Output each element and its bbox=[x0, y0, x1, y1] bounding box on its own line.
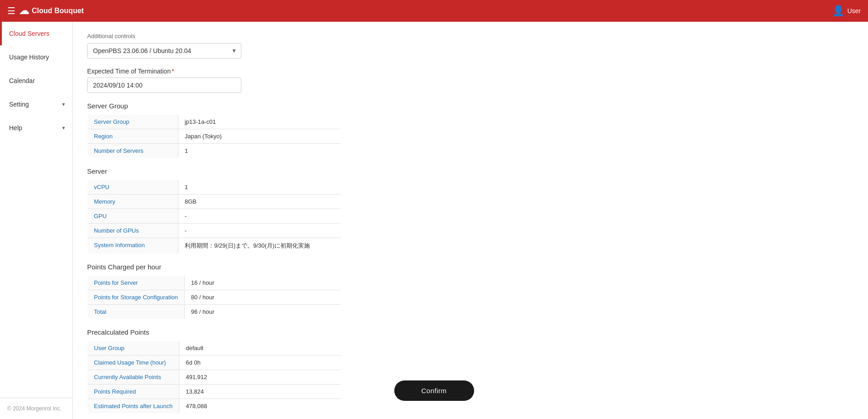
table-cell-value: 6d 0h bbox=[179, 356, 341, 370]
confirm-button-wrapper: Confirm bbox=[394, 380, 474, 401]
additional-controls-label: Additional controls bbox=[87, 33, 853, 39]
table-row: vCPU1 bbox=[88, 180, 341, 195]
menu-icon[interactable]: ☰ bbox=[7, 5, 15, 16]
user-avatar-icon: 👤 bbox=[832, 5, 844, 17]
cloud-logo-icon: ☁ bbox=[19, 5, 29, 17]
table-cell-value: 8GB bbox=[178, 195, 341, 209]
table-row: RegionJapan (Tokyo) bbox=[88, 129, 341, 144]
table-cell-value: - bbox=[178, 209, 341, 224]
sidebar-help-label: Help bbox=[9, 124, 22, 132]
table-cell-value: 利用期間：9/29(日)まで。9/30(月)に初期化実施 bbox=[178, 238, 341, 254]
table-cell-key: Points for Server bbox=[88, 276, 185, 290]
required-marker: * bbox=[172, 68, 174, 75]
server-heading: Server bbox=[87, 167, 853, 175]
sidebar-calendar-label: Calendar bbox=[9, 77, 35, 84]
table-cell-value: 1 bbox=[178, 144, 341, 158]
logo-text: Cloud Bouquet bbox=[32, 7, 84, 15]
table-cell-key: Number of Servers bbox=[88, 144, 178, 158]
precalculated-heading: Precalculated Points bbox=[87, 328, 853, 336]
table-cell-key: vCPU bbox=[88, 180, 178, 195]
table-row: Number of GPUs- bbox=[88, 224, 341, 238]
table-row: Number of Servers1 bbox=[88, 144, 341, 158]
sidebar-item-usage-history[interactable]: Usage History bbox=[0, 45, 72, 69]
table-cell-value: 1 bbox=[178, 180, 341, 195]
table-row: Total96 / hour bbox=[88, 305, 341, 319]
points-charged-heading: Points Charged per hour bbox=[87, 263, 853, 271]
sidebar-item-help[interactable]: Help ▾ bbox=[0, 116, 72, 140]
termination-input[interactable] bbox=[87, 78, 241, 93]
table-cell-key: Region bbox=[88, 129, 178, 144]
table-cell-key: Server Group bbox=[88, 115, 178, 129]
table-row: Currently Available Points491,912 bbox=[88, 370, 341, 385]
sidebar-item-setting[interactable]: Setting ▾ bbox=[0, 93, 72, 116]
table-cell-value: 80 / hour bbox=[185, 290, 341, 305]
table-cell-key: Claimed Usage Time (hour) bbox=[88, 356, 179, 370]
sidebar-item-cloud-servers[interactable]: Cloud Servers bbox=[0, 22, 72, 45]
table-cell-value: jp13-1a-c01 bbox=[178, 115, 341, 129]
dropdown-wrapper: OpenPBS 23.06.06 / Ubuntu 20.04 ▼ bbox=[87, 43, 241, 58]
sidebar-cloud-servers-label: Cloud Servers bbox=[9, 30, 49, 37]
table-row: Estimated Points after Launch478,088 bbox=[88, 399, 341, 414]
termination-label: Expected Time of Termination* bbox=[87, 68, 853, 75]
additional-controls-dropdown[interactable]: OpenPBS 23.06.06 / Ubuntu 20.04 bbox=[87, 43, 241, 58]
table-cell-key: Currently Available Points bbox=[88, 370, 179, 385]
table-cell-key: Points Required bbox=[88, 385, 179, 399]
topbar-logo: ☁ Cloud Bouquet bbox=[19, 5, 84, 17]
table-cell-key: Total bbox=[88, 305, 185, 319]
table-cell-value: Japan (Tokyo) bbox=[178, 129, 341, 144]
table-cell-key: Estimated Points after Launch bbox=[88, 399, 179, 414]
table-cell-value: default bbox=[179, 341, 341, 356]
table-cell-key: User Group bbox=[88, 341, 179, 356]
topbar-left: ☰ ☁ Cloud Bouquet bbox=[7, 5, 84, 17]
table-row: Claimed Usage Time (hour)6d 0h bbox=[88, 356, 341, 370]
chevron-down-icon: ▾ bbox=[62, 101, 65, 107]
server-group-table: Server Groupjp13-1a-c01RegionJapan (Toky… bbox=[87, 114, 341, 158]
topbar: ☰ ☁ Cloud Bouquet 👤 User bbox=[0, 0, 868, 22]
sidebar-usage-history-label: Usage History bbox=[9, 54, 49, 61]
layout: Cloud Servers Usage History Calendar Set… bbox=[0, 22, 868, 419]
table-row: GPU- bbox=[88, 209, 341, 224]
points-table: Points for Server16 / hourPoints for Sto… bbox=[87, 275, 341, 319]
topbar-user[interactable]: 👤 User bbox=[832, 5, 861, 17]
table-cell-key: Number of GPUs bbox=[88, 224, 178, 238]
table-cell-key: Points for Storage Configuration bbox=[88, 290, 185, 305]
precalculated-table: User GroupdefaultClaimed Usage Time (hou… bbox=[87, 341, 341, 414]
user-label: User bbox=[847, 7, 861, 15]
table-row: Points Required13,824 bbox=[88, 385, 341, 399]
table-cell-value: 478,088 bbox=[179, 399, 341, 414]
sidebar: Cloud Servers Usage History Calendar Set… bbox=[0, 22, 73, 419]
table-row: Server Groupjp13-1a-c01 bbox=[88, 115, 341, 129]
table-row: Points for Server16 / hour bbox=[88, 276, 341, 290]
table-cell-key: GPU bbox=[88, 209, 178, 224]
server-table: vCPU1Memory8GBGPU-Number of GPUs-System … bbox=[87, 180, 341, 254]
table-cell-value: 491,912 bbox=[179, 370, 341, 385]
table-cell-value: - bbox=[178, 224, 341, 238]
chevron-down-icon: ▾ bbox=[62, 125, 65, 131]
table-row: System Information利用期間：9/29(日)まで。9/30(月)… bbox=[88, 238, 341, 254]
table-cell-value: 96 / hour bbox=[185, 305, 341, 319]
server-group-heading: Server Group bbox=[87, 102, 853, 110]
table-row: Memory8GB bbox=[88, 195, 341, 209]
table-row: Points for Storage Configuration80 / hou… bbox=[88, 290, 341, 305]
table-cell-key: Memory bbox=[88, 195, 178, 209]
table-cell-key: System Information bbox=[88, 238, 178, 254]
sidebar-setting-label: Setting bbox=[9, 101, 29, 108]
main-content: Additional controls OpenPBS 23.06.06 / U… bbox=[73, 22, 868, 419]
table-row: User Groupdefault bbox=[88, 341, 341, 356]
table-cell-value: 16 / hour bbox=[185, 276, 341, 290]
table-cell-value: 13,824 bbox=[179, 385, 341, 399]
sidebar-item-calendar[interactable]: Calendar bbox=[0, 69, 72, 93]
sidebar-footer: © 2024 Morgenrot Inc. bbox=[0, 398, 72, 419]
confirm-button[interactable]: Confirm bbox=[394, 380, 474, 401]
